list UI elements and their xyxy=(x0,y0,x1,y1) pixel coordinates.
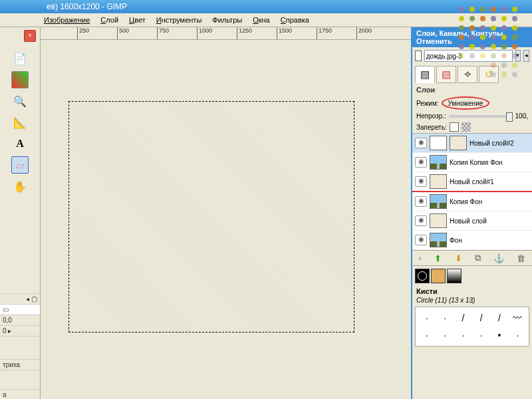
layer-row[interactable]: ◉Фон xyxy=(412,231,532,250)
layer-name: Фон xyxy=(450,237,462,244)
visibility-eye-icon[interactable]: ◉ xyxy=(415,138,427,148)
measure-icon[interactable]: 📐 xyxy=(11,114,29,131)
visibility-eye-icon[interactable]: ◉ xyxy=(415,157,427,168)
menu-layer[interactable]: Слой xyxy=(100,16,118,24)
smudge-icon[interactable]: ✋ xyxy=(11,178,29,195)
menu-filters[interactable]: Фильтры xyxy=(212,16,242,24)
menu-tools[interactable]: Инструменты xyxy=(156,16,202,24)
zoom-readout: 0 xyxy=(3,327,7,334)
brush-current-name: Circle (11) (13 x 13) xyxy=(412,297,532,304)
layer-thumb[interactable] xyxy=(430,155,447,170)
canvas-viewport[interactable] xyxy=(41,40,411,399)
gradient-icon[interactable] xyxy=(11,71,29,88)
brush-grid[interactable]: ··///〰 ····•· xyxy=(415,307,529,346)
swatch-row[interactable]: ▭ xyxy=(0,304,40,315)
visibility-eye-icon[interactable]: ◉ xyxy=(415,196,427,207)
lock-pixels-checkbox[interactable] xyxy=(450,122,459,132)
layer-thumb[interactable] xyxy=(430,174,447,189)
label-a: а xyxy=(0,389,40,399)
opacity-row: Непрозр.: 100, xyxy=(412,111,532,121)
swatch-gradient[interactable] xyxy=(447,269,462,283)
panel-tabs: ▤ ▤ ✧ ↺ xyxy=(415,66,529,83)
mask-thumb[interactable] xyxy=(430,136,447,150)
new-layer-icon[interactable]: ▫ xyxy=(419,253,422,263)
text-icon[interactable]: A xyxy=(11,135,29,152)
layer-name: Копия Копия Фон xyxy=(450,159,503,166)
chevron-down-icon[interactable]: ▾ xyxy=(515,50,521,62)
layer-down-icon[interactable]: ⬇ xyxy=(455,253,462,263)
tab-undo-icon[interactable]: ↺ xyxy=(479,66,499,83)
document-name-input[interactable] xyxy=(424,50,513,62)
horizontal-ruler: 250 500 750 1000 1250 1500 1750 2000 xyxy=(41,27,411,40)
toolbox-footer: ◂ ▢ ▭ 0,0 0 ▸ триха а xyxy=(0,293,40,399)
layer-row[interactable]: ◉Копия Фон xyxy=(412,192,532,211)
visibility-eye-icon[interactable]: ◉ xyxy=(415,176,427,187)
blend-mode-row: Режим: Умножение xyxy=(412,95,532,111)
layer-name: Новый слой#1 xyxy=(450,178,494,186)
tab-channels-icon[interactable]: ▤ xyxy=(436,66,456,83)
window-title-bar: ев) 1600x1200 - GIMP xyxy=(0,0,532,13)
opacity-label: Непрозр.: xyxy=(416,112,446,120)
layer-list: ◉Новый слой#2◉Копия Копия Фон◉Новый слой… xyxy=(412,133,532,250)
layer-name: Копия Фон xyxy=(450,198,482,205)
menu-image[interactable]: Изображение xyxy=(44,16,90,24)
lock-alpha-checkbox[interactable] xyxy=(462,122,471,132)
main-menu-bar: Изображение Слой Цвет Инструменты Фильтр… xyxy=(0,13,532,27)
zoom-icon[interactable]: 🔍 xyxy=(11,92,29,110)
opacity-value: 100, xyxy=(515,112,528,120)
menu-color[interactable]: Цвет xyxy=(129,16,146,24)
app-body: × 📄 🔍 📐 A ▱ ✋ ◂ ▢ ▭ 0,0 0 ▸ триха а 250 … xyxy=(0,27,532,399)
label-stroke: триха xyxy=(0,359,40,370)
doc-thumb-icon xyxy=(415,51,422,61)
layer-row[interactable]: ◉Копия Копия Фон xyxy=(412,153,532,172)
layer-row[interactable]: ◉Новый слой#1 xyxy=(412,172,532,192)
menu-windows[interactable]: Окна xyxy=(253,16,270,24)
canvas-selection[interactable] xyxy=(68,101,354,332)
lock-row: Запереть: xyxy=(412,121,532,133)
tab-layers-icon[interactable]: ▤ xyxy=(415,66,435,83)
brushes-section-label: Кисти xyxy=(412,286,532,297)
layer-thumb[interactable] xyxy=(430,194,447,209)
swatch-tan[interactable] xyxy=(431,269,446,283)
mode-value-highlight[interactable]: Умножение xyxy=(442,96,490,110)
panel-title: Слои, Каналы, Контуры, Отменить xyxy=(412,27,532,47)
opacity-slider[interactable] xyxy=(449,115,513,118)
lock-label: Запереть: xyxy=(416,124,447,131)
close-icon[interactable]: × xyxy=(24,30,36,42)
coord-readout: 0,0 xyxy=(0,315,40,325)
canvas-area: 250 500 750 1000 1250 1500 1750 2000 xyxy=(41,27,411,399)
layers-section-label: Слои xyxy=(412,84,532,95)
menu-help[interactable]: Справка xyxy=(281,16,309,24)
layer-row[interactable]: ◉Новый слой xyxy=(412,211,532,231)
toolbox: × 📄 🔍 📐 A ▱ ✋ ◂ ▢ ▭ 0,0 0 ▸ триха а xyxy=(0,27,41,399)
document-selector[interactable]: ▾ ◂ xyxy=(415,50,529,62)
delete-layer-icon[interactable]: 🗑 xyxy=(517,253,525,263)
layer-thumb[interactable] xyxy=(450,136,467,150)
tab-paths-icon[interactable]: ✧ xyxy=(458,66,477,83)
layer-name: Новый слой#2 xyxy=(469,140,514,147)
color-swatches xyxy=(412,265,532,286)
layer-up-icon[interactable]: ⬆ xyxy=(434,253,442,263)
layer-buttons: ▫ ⬆ ⬇ ⧉ ⚓ 🗑 xyxy=(412,250,532,265)
layer-name: Новый слой xyxy=(450,217,487,225)
mode-label: Режим: xyxy=(416,100,439,107)
layer-thumb[interactable] xyxy=(430,213,447,228)
visibility-eye-icon[interactable]: ◉ xyxy=(415,235,427,245)
window-title: ев) 1600x1200 - GIMP xyxy=(47,2,127,11)
auto-icon[interactable]: ◂ xyxy=(523,50,529,62)
layer-thumb[interactable] xyxy=(430,233,447,247)
duplicate-layer-icon[interactable]: ⧉ xyxy=(475,253,481,263)
layers-panel: Слои, Каналы, Контуры, Отменить ▾ ◂ ▤ ▤ … xyxy=(411,27,532,399)
layer-row[interactable]: ◉Новый слой#2 xyxy=(412,134,532,153)
swatch-black[interactable] xyxy=(415,269,430,283)
eraser-icon[interactable]: ▱ xyxy=(11,156,29,174)
file-icon[interactable]: 📄 xyxy=(11,50,29,67)
visibility-eye-icon[interactable]: ◉ xyxy=(415,215,427,226)
anchor-layer-icon[interactable]: ⚓ xyxy=(493,253,504,263)
